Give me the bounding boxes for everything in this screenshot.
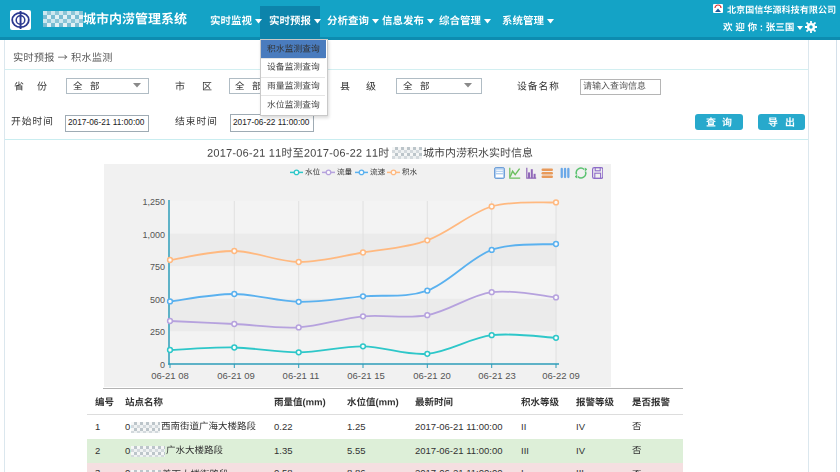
svg-text:06-21 11: 06-21 11 — [283, 370, 320, 381]
svg-text:1,000: 1,000 — [142, 230, 165, 240]
svg-text:06-21 15: 06-21 15 — [347, 370, 385, 381]
svg-text:06-22 09: 06-22 09 — [542, 370, 580, 381]
svg-text:250: 250 — [150, 327, 165, 337]
svg-text:06-21 09: 06-21 09 — [217, 370, 255, 381]
svg-text:06-21 20: 06-21 20 — [413, 370, 451, 381]
svg-text:06-21 08: 06-21 08 — [151, 370, 189, 381]
svg-text:0: 0 — [160, 360, 165, 370]
svg-text:750: 750 — [150, 262, 165, 272]
svg-text:500: 500 — [150, 295, 165, 305]
svg-text:1,250: 1,250 — [142, 197, 165, 207]
svg-text:06-21 23: 06-21 23 — [478, 370, 516, 381]
